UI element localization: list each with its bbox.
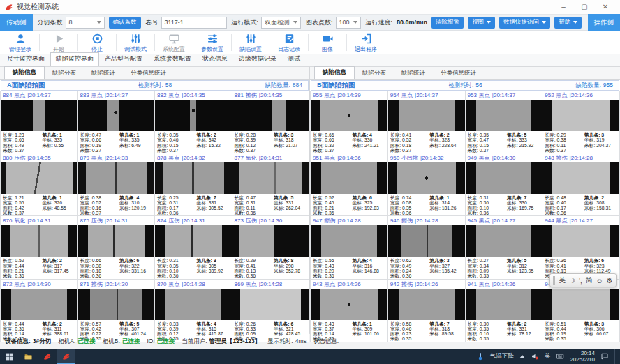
defect-cell[interactable]: 875 压伤 |20:14:31 长度: 0.66 宽度: 0.38 面积: 0… (78, 216, 156, 279)
defect-thumbnail[interactable] (542, 289, 619, 320)
toolbar-button-play[interactable]: 开始 (41, 31, 76, 54)
defect-thumbnail[interactable] (466, 289, 542, 320)
defect-thumbnail[interactable] (78, 100, 155, 131)
defect-thumbnail[interactable] (232, 225, 309, 257)
defect-cell[interactable]: 881 擦伤 |20:14:35 长度: 0.28 宽度: 0.39 面积: 0… (232, 91, 310, 153)
view-menu-button[interactable]: 视图 (468, 17, 495, 29)
toolbar-button-stop[interactable]: 停止 (80, 31, 115, 54)
defect-cell[interactable]: 944 黑点 |20:14:27 长度: 0.36 宽度: 0.41 面积: 0… (542, 216, 620, 279)
defect-cell[interactable]: 943 黑点 |20:14:26 长度: 0.43 宽度: 0.37 面积: 0… (311, 280, 388, 342)
subtab-3[interactable]: 分类信息统计 (123, 68, 174, 79)
defect-cell[interactable]: 869 黑点 |20:14:28 长度: 0.26 宽度: 0.33 面积: 0… (232, 280, 310, 342)
minimize-button[interactable]: – (553, 0, 574, 14)
chart-points-select[interactable]: 100 (336, 17, 361, 29)
defect-thumbnail[interactable] (542, 162, 619, 194)
clear-alarm-button[interactable]: 清除报警 (431, 17, 464, 29)
defect-cell[interactable]: 871 擦伤 |20:14:30 长度: 0.57 宽度: 0.42 面积: 0… (78, 280, 156, 342)
defect-cell[interactable]: 952 黑点 |20:14:36 长度: 0.29 宽度: 0.38 面积: 0… (542, 91, 620, 153)
main-tab-0[interactable]: 尺寸监控界面 (1, 52, 50, 66)
defect-cell[interactable]: 953 黑点 |20:14:37 长度: 0.35 宽度: 0.47 面积: 0… (466, 91, 543, 153)
subtab-2[interactable]: 缺陷统计 (84, 68, 123, 79)
defect-cell[interactable]: 940 擦伤 |20:14:26 长度: 0.51 宽度: 0.44 面积: 0… (542, 280, 620, 342)
subtab-0[interactable]: 缺陷信息 (314, 66, 355, 79)
drive-side-button[interactable]: 传动侧 (0, 14, 33, 31)
defect-cell[interactable]: 948 擦伤 |20:14:28 长度: 0.48 宽度: 0.40 面积: 0… (542, 153, 620, 216)
ime-punctuation-toggle[interactable]: ’, (579, 277, 582, 285)
defect-thumbnail[interactable] (542, 225, 619, 257)
defect-cell[interactable]: 880 压伤 |20:14:35 长度: 1.21 宽度: 0.55 面积: 0… (1, 153, 78, 216)
defect-cell[interactable]: 947 擦伤 |20:14:28 长度: 0.55 宽度: 0.43 面积: 0… (311, 216, 388, 279)
defect-cell[interactable]: 949 黑点 |20:14:30 长度: 0.31 宽度: 0.36 面积: 0… (466, 153, 543, 216)
defect-cell[interactable]: 955 黑点 |20:14:39 长度: 0.66 宽度: 0.66 面积: 0… (311, 91, 388, 153)
ime-drag-handle[interactable] (553, 276, 555, 285)
main-tab-5[interactable]: 边缘数据记录 (233, 52, 282, 66)
toolbar-button-monitor[interactable]: 系统配置 (156, 31, 191, 54)
defect-cell[interactable]: 879 黑点 |20:14:33 长度: 0.38 宽度: 0.52 面积: 0… (78, 153, 156, 216)
keyboard-tray-icon[interactable] (556, 352, 564, 361)
defect-thumbnail[interactable] (542, 100, 619, 131)
notification-icon[interactable] (600, 352, 609, 361)
defect-thumbnail[interactable] (466, 225, 542, 257)
toolbar-button-defect[interactable]: 缺陷设置 (233, 31, 268, 54)
run-mode-select[interactable]: 双面检测 (261, 17, 301, 29)
defect-cell[interactable]: 941 黑点 |20:14:26 长度: 0.30 宽度: 0.35 面积: 0… (466, 280, 543, 342)
defect-thumbnail[interactable] (466, 162, 542, 194)
toolbar-button-camera[interactable]: 图像 (310, 31, 345, 54)
main-tab-1[interactable]: 缺陷监控界面 (50, 52, 99, 66)
main-tab-4[interactable]: 状态信息 (197, 52, 233, 66)
subtab-2[interactable]: 缺陷统计 (394, 68, 433, 79)
roll-number-input[interactable]: 3117-1 (161, 17, 227, 29)
defect-cell[interactable]: 954 黑点 |20:14:37 长度: 0.41 宽度: 0.52 面积: 0… (388, 91, 466, 153)
defect-cell[interactable]: 884 黑点 |20:14:37 长度: 1.23 宽度: 0.65 面积: 0… (1, 91, 78, 153)
defect-thumbnail[interactable] (388, 100, 465, 131)
main-tab-6[interactable]: 测试 (282, 52, 306, 66)
defect-thumbnail[interactable] (466, 100, 542, 131)
defect-thumbnail[interactable] (388, 289, 465, 320)
defect-cell[interactable]: 877 氧化 |20:14:31 长度: 0.47 宽度: 0.31 面积: 0… (232, 153, 310, 216)
main-tab-2[interactable]: 产品型号配置 (99, 52, 148, 66)
defect-cell[interactable]: 874 压伤 |20:14:31 长度: 0.31 宽度: 0.35 面积: 0… (155, 216, 232, 279)
defect-thumbnail[interactable] (78, 289, 155, 320)
defect-cell[interactable]: 878 黑点 |20:14:32 长度: 0.25 宽度: 0.31 面积: 0… (155, 153, 232, 216)
app-shortcut-red[interactable] (38, 349, 57, 364)
subtab-0[interactable]: 缺陷信息 (4, 66, 45, 79)
ime-night-mode-icon[interactable]: ☽ (569, 277, 575, 285)
speaker-icon[interactable] (531, 352, 539, 361)
app-running-red[interactable] (57, 349, 75, 364)
defect-thumbnail[interactable] (78, 225, 155, 257)
defect-thumbnail[interactable] (155, 289, 232, 320)
defect-thumbnail[interactable] (78, 162, 155, 194)
subtab-1[interactable]: 缺陷分布 (45, 68, 84, 79)
defect-thumbnail[interactable] (232, 100, 309, 131)
toolbar-button-user[interactable]: 管理登录 (3, 31, 38, 54)
defect-thumbnail[interactable] (232, 162, 309, 194)
defect-cell[interactable]: 873 压伤 |20:14:30 长度: 0.29 宽度: 0.41 面积: 0… (232, 216, 310, 279)
defect-thumbnail[interactable] (155, 162, 232, 194)
defect-thumbnail[interactable] (232, 289, 309, 320)
show-desktop-strip[interactable] (614, 349, 617, 364)
defect-thumbnail[interactable] (311, 162, 388, 194)
defect-thumbnail[interactable] (388, 162, 465, 194)
taskbar-clock[interactable]: 20:14 2025/2/10 (570, 350, 595, 363)
ime-lang-toggle[interactable]: 英 (559, 275, 566, 285)
defect-cell[interactable]: 882 黑点 |20:14:35 长度: 0.35 宽度: 0.46 面积: 0… (155, 91, 232, 153)
defect-cell[interactable]: 872 黑点 |20:14:30 长度: 0.44 宽度: 0.36 面积: 0… (1, 280, 78, 342)
defect-thumbnail[interactable] (155, 100, 232, 131)
subtab-1[interactable]: 缺陷分布 (355, 68, 394, 79)
start-button[interactable] (0, 349, 19, 364)
defect-cell[interactable]: 876 氧化 |20:14:31 长度: 0.52 宽度: 0.44 面积: 0… (1, 216, 78, 279)
data-quick-access-button[interactable]: 数据快捷访问 (499, 17, 550, 29)
ime-emoji-icon[interactable]: ☺ (596, 277, 603, 285)
defect-thumbnail[interactable] (155, 225, 232, 257)
defect-thumbnail[interactable] (311, 225, 388, 257)
defect-thumbnail[interactable] (311, 289, 388, 320)
chevron-up-icon[interactable] (519, 355, 525, 358)
defect-cell[interactable]: 951 黑点 |20:14:36 长度: 0.52 宽度: 0.45 面积: 0… (311, 153, 388, 216)
defect-cell[interactable]: 870 黑点 |20:14:28 长度: 0.33 宽度: 0.39 面积: 0… (155, 280, 232, 342)
defect-thumbnail[interactable] (1, 100, 78, 131)
close-button[interactable]: ✕ (595, 0, 616, 14)
toolbar-button-exit[interactable]: 退出程序 (348, 31, 383, 54)
file-explorer-button[interactable] (19, 349, 38, 364)
defect-cell[interactable]: 883 黑点 |20:14:37 长度: 0.47 宽度: 0.66 面积: 0… (78, 91, 156, 153)
operator-side-button[interactable]: 操作侧 (588, 14, 620, 31)
